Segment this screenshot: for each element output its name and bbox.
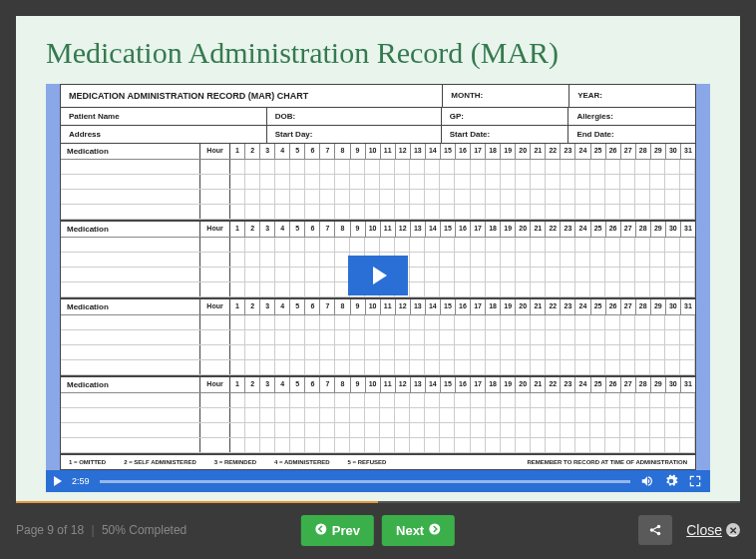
day-cell bbox=[501, 393, 516, 407]
day-cell bbox=[365, 205, 380, 219]
day-cell bbox=[546, 330, 561, 344]
day-header: 27 bbox=[621, 299, 636, 314]
day-header: 7 bbox=[320, 377, 335, 392]
day-cell bbox=[425, 393, 440, 407]
settings-icon[interactable] bbox=[664, 474, 678, 488]
day-header: 23 bbox=[561, 299, 575, 314]
day-header: 28 bbox=[636, 299, 651, 314]
day-cell bbox=[635, 408, 650, 422]
day-header: 30 bbox=[666, 299, 681, 314]
day-cell bbox=[305, 423, 320, 437]
day-cell bbox=[546, 268, 561, 281]
day-header: 13 bbox=[411, 222, 426, 237]
day-cell bbox=[471, 205, 486, 219]
day-header: 31 bbox=[681, 222, 695, 237]
day-cell bbox=[590, 238, 605, 252]
day-cell bbox=[605, 253, 620, 267]
day-cell bbox=[635, 315, 650, 329]
day-cells bbox=[230, 438, 695, 452]
fullscreen-icon[interactable] bbox=[688, 474, 702, 488]
day-header: 31 bbox=[681, 144, 695, 159]
day-cell bbox=[650, 205, 665, 219]
day-header: 16 bbox=[456, 222, 471, 237]
medication-header-row: MedicationHour12345678910111213141516171… bbox=[61, 377, 695, 393]
next-button[interactable]: Next bbox=[382, 515, 455, 546]
day-cell bbox=[665, 160, 680, 174]
day-cell bbox=[620, 408, 635, 422]
day-cell bbox=[575, 268, 590, 281]
day-cell bbox=[380, 438, 395, 452]
day-cell bbox=[395, 190, 410, 204]
day-cell bbox=[290, 360, 305, 374]
play-button[interactable] bbox=[348, 256, 408, 295]
day-header: 18 bbox=[486, 222, 501, 237]
day-cell bbox=[440, 190, 455, 204]
day-cell bbox=[501, 253, 516, 267]
day-cell bbox=[230, 360, 245, 374]
day-cell bbox=[410, 393, 425, 407]
day-cell bbox=[680, 268, 695, 281]
day-cell bbox=[471, 268, 486, 281]
seek-bar[interactable] bbox=[100, 480, 630, 483]
day-cell bbox=[561, 282, 575, 296]
day-cell bbox=[486, 238, 501, 252]
volume-icon[interactable] bbox=[640, 474, 654, 488]
day-cell bbox=[230, 253, 245, 267]
day-header: 21 bbox=[531, 222, 546, 237]
day-cell bbox=[245, 238, 260, 252]
day-cell bbox=[350, 438, 365, 452]
day-cell bbox=[650, 315, 665, 329]
day-cell bbox=[440, 253, 455, 267]
share-button[interactable] bbox=[638, 515, 672, 545]
day-cell bbox=[275, 408, 290, 422]
day-header: 8 bbox=[335, 222, 350, 237]
day-header: 7 bbox=[320, 222, 335, 237]
day-cell bbox=[680, 190, 695, 204]
day-cell bbox=[425, 268, 440, 281]
day-cell bbox=[635, 423, 650, 437]
day-cell bbox=[516, 175, 531, 189]
day-cell bbox=[410, 438, 425, 452]
day-cell bbox=[395, 315, 410, 329]
day-cell bbox=[501, 160, 516, 174]
day-cell bbox=[440, 160, 455, 174]
day-cell bbox=[471, 190, 486, 204]
day-cell bbox=[471, 253, 486, 267]
day-cell bbox=[260, 393, 275, 407]
day-cell bbox=[455, 330, 470, 344]
day-cell bbox=[380, 160, 395, 174]
end-date-label: End Date: bbox=[568, 126, 695, 143]
close-button[interactable]: Close ✕ bbox=[686, 522, 740, 538]
med-empty bbox=[61, 160, 200, 174]
day-cell bbox=[575, 175, 590, 189]
day-cell bbox=[440, 268, 455, 281]
day-cell bbox=[635, 190, 650, 204]
day-cell bbox=[275, 360, 290, 374]
hour-empty bbox=[200, 205, 230, 219]
day-cell bbox=[290, 190, 305, 204]
day-header: 18 bbox=[486, 299, 501, 314]
day-cell bbox=[365, 345, 380, 359]
med-empty bbox=[61, 393, 200, 407]
hour-empty bbox=[200, 268, 230, 281]
day-cell bbox=[680, 330, 695, 344]
med-empty bbox=[61, 175, 200, 189]
day-header: 8 bbox=[335, 377, 350, 392]
day-header-cells: 1234567891011121314151617181920212223242… bbox=[230, 377, 695, 392]
day-cell bbox=[275, 205, 290, 219]
prev-button[interactable]: Prev bbox=[301, 515, 374, 546]
medication-blocks: MedicationHour12345678910111213141516171… bbox=[61, 144, 695, 455]
play-control-icon[interactable] bbox=[54, 476, 62, 486]
day-cell bbox=[380, 393, 395, 407]
day-cell bbox=[260, 190, 275, 204]
day-cell bbox=[410, 360, 425, 374]
day-cell bbox=[575, 423, 590, 437]
med-empty bbox=[61, 282, 200, 296]
day-cell bbox=[531, 423, 546, 437]
day-cell bbox=[471, 282, 486, 296]
day-cell bbox=[320, 315, 335, 329]
day-cell bbox=[395, 238, 410, 252]
day-cell bbox=[245, 408, 260, 422]
medication-row bbox=[61, 175, 695, 190]
day-cell bbox=[531, 205, 546, 219]
